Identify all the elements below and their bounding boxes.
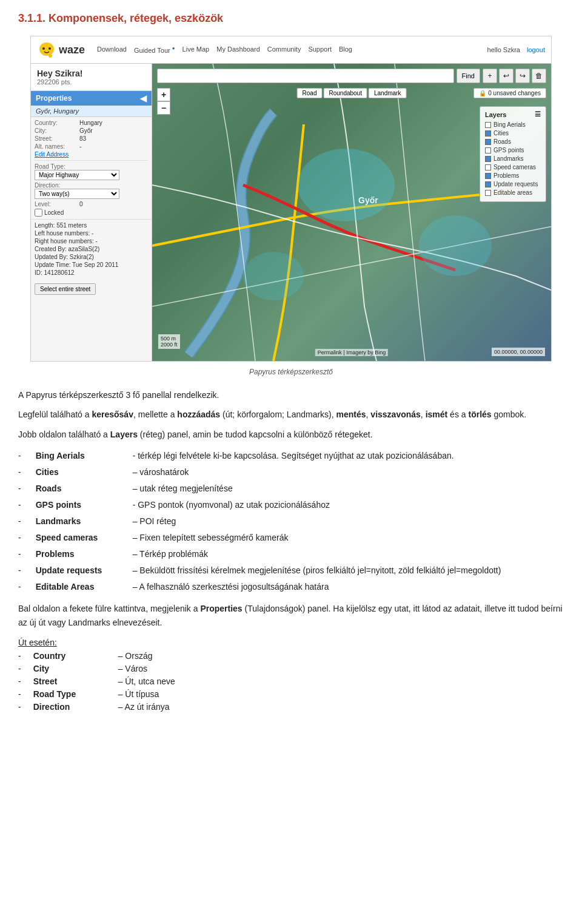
layers-bold: Layers bbox=[110, 430, 138, 439]
gps-def: - GPS pontok (nyomvonal) az utak pozicio… bbox=[133, 499, 564, 511]
waze-wordmark: waze bbox=[59, 44, 85, 56]
layer-problems-label: Problems bbox=[493, 172, 519, 179]
map-coordinates: 00.00000, 00.00000 bbox=[492, 348, 545, 356]
unsaved-changes-area: 🔒 0 unsaved changes bbox=[473, 88, 546, 98]
mentes-bold: mentés bbox=[336, 410, 366, 419]
list-item-editable-areas: - Editable Areas – A felhasználó szerkes… bbox=[18, 581, 564, 593]
para3-prefix: Bal oldalon a fekete fülre kattintva, me… bbox=[18, 604, 200, 613]
list-item-problems: - Problems – Térkép problémák bbox=[18, 548, 564, 561]
street-prop-term: Street bbox=[33, 676, 106, 686]
direction-select[interactable]: Two way(s) bbox=[35, 189, 119, 199]
map-searchbar: Find + ↩ ↪ 🗑 bbox=[157, 69, 546, 83]
nav-community[interactable]: Community bbox=[267, 46, 301, 54]
locked-checkbox[interactable] bbox=[35, 209, 42, 217]
map-attribution: Permalink | Imagery by Bing bbox=[315, 349, 388, 356]
layer-problems[interactable]: Problems bbox=[485, 172, 541, 179]
layer-bing-aerials-checkbox[interactable] bbox=[485, 122, 491, 128]
waze-logo: waze bbox=[37, 40, 85, 59]
nav-download[interactable]: Download bbox=[97, 46, 127, 54]
cities-def: – városhatárok bbox=[133, 466, 564, 479]
svg-text:Győr: Győr bbox=[358, 195, 378, 205]
layer-update-requests-checkbox[interactable] bbox=[485, 181, 491, 187]
para1-mid5: és a bbox=[447, 410, 468, 419]
attribution-text: Permalink | Imagery by Bing bbox=[318, 349, 386, 356]
search-bar-para: Legfelül található a keresősáv, mellette… bbox=[18, 408, 564, 421]
nav-guided-tour[interactable]: Guided Tour ● bbox=[134, 46, 175, 54]
left-panel: Hey Szikra! 292206 pts. Properties ◀ Győ… bbox=[31, 64, 152, 361]
properties-para: Bal oldalon a fekete fülre kattintva, me… bbox=[18, 602, 564, 629]
layers-feature-list: - Bing Aerials - térkép légi felvétele k… bbox=[18, 450, 564, 593]
layer-gps-points-checkbox[interactable] bbox=[485, 147, 491, 153]
intro-sentence: A Papyrus térképszerkesztő 3 fő panellal… bbox=[18, 388, 564, 402]
greeting-title: Hey Szikra! bbox=[37, 69, 146, 78]
redo-icon-button[interactable]: ↪ bbox=[515, 69, 530, 83]
collapse-icon[interactable]: ◀ bbox=[140, 93, 147, 103]
layer-update-requests[interactable]: Update requests bbox=[485, 181, 541, 187]
nav-dashboard[interactable]: My Dashboard bbox=[216, 46, 260, 54]
layer-gps-points[interactable]: GPS points bbox=[485, 147, 541, 153]
layer-roads[interactable]: Roads bbox=[485, 138, 541, 145]
logout-link[interactable]: logout bbox=[527, 46, 545, 53]
prop-street: - Street – Út, utca neve bbox=[18, 676, 564, 686]
waze-main-area: Hey Szikra! 292206 pts. Properties ◀ Győ… bbox=[31, 64, 551, 361]
altnames-label: Alt. names: bbox=[35, 143, 77, 150]
layer-cities[interactable]: Cities bbox=[485, 130, 541, 137]
zoom-out-button[interactable]: − bbox=[157, 101, 170, 115]
layer-bing-aerials[interactable]: Bing Aerials bbox=[485, 121, 541, 128]
nav-live-map[interactable]: Live Map bbox=[182, 46, 210, 54]
svg-point-2 bbox=[48, 47, 51, 50]
prop-country: - Country – Ország bbox=[18, 651, 564, 661]
add-roundabout-button[interactable]: Roundabout bbox=[323, 88, 367, 98]
edit-address-link[interactable]: Edit Address bbox=[35, 151, 69, 158]
select-street-button[interactable]: Select entire street bbox=[35, 283, 96, 295]
street-prop-def: – Út, utca neve bbox=[118, 676, 564, 686]
para1-mid1: , mellette a bbox=[133, 410, 177, 419]
layer-landmarks[interactable]: Landmarks bbox=[485, 155, 541, 162]
para2-end: (réteg) panel, amin be tudod kapcsolni a… bbox=[138, 430, 373, 439]
city-prop-term: City bbox=[33, 664, 106, 673]
add-road-button[interactable]: Road bbox=[297, 88, 323, 98]
ut-eset-label: Út esetén: bbox=[18, 638, 564, 647]
svg-point-6 bbox=[243, 252, 304, 300]
road-details: Length: 551 meters Left house numbers: -… bbox=[31, 219, 152, 280]
city-region: Győr, Hungary bbox=[31, 106, 152, 117]
layers-icon: ☰ bbox=[535, 110, 541, 118]
layer-speed-cameras[interactable]: Speed cameras bbox=[485, 164, 541, 170]
street-value: 83 bbox=[79, 135, 86, 142]
problems-def: – Térkép problémák bbox=[133, 548, 564, 561]
nav-blog[interactable]: Blog bbox=[339, 46, 352, 54]
list-item-gps: - GPS points - GPS pontok (nyomvonal) az… bbox=[18, 499, 564, 511]
layers-panel: Layers ☰ Bing Aerials Cities bbox=[480, 106, 546, 202]
user-greeting: hello Szkra bbox=[487, 46, 520, 53]
layer-editable-areas-checkbox[interactable] bbox=[485, 190, 491, 196]
gps-term: GPS points bbox=[36, 499, 121, 511]
road-type-select[interactable]: Major Highway bbox=[35, 170, 119, 180]
add-landmark-button[interactable]: Landmark bbox=[369, 88, 406, 98]
road-type-label: Road Type: bbox=[35, 163, 148, 170]
keresosav-bold: keresősáv bbox=[92, 410, 133, 419]
nav-support[interactable]: Support bbox=[308, 46, 332, 54]
waze-map[interactable]: Győr Find + ↩ ↪ 🗑 bbox=[152, 64, 551, 361]
add-icon-button[interactable]: + bbox=[483, 69, 497, 83]
layer-problems-checkbox[interactable] bbox=[485, 173, 491, 179]
layer-update-requests-label: Update requests bbox=[493, 181, 538, 187]
undo-icon-button[interactable]: ↩ bbox=[499, 69, 513, 83]
layer-speed-cameras-checkbox[interactable] bbox=[485, 164, 491, 170]
properties-label: Properties bbox=[36, 94, 72, 103]
unsaved-changes-button[interactable]: 🔒 0 unsaved changes bbox=[473, 88, 546, 98]
screenshot-container: waze Download Guided Tour ● Live Map My … bbox=[30, 36, 552, 362]
layer-editable-areas[interactable]: Editable areas bbox=[485, 189, 541, 196]
layer-cities-checkbox[interactable] bbox=[485, 130, 491, 137]
zoom-in-button[interactable]: + bbox=[157, 88, 170, 101]
road-type-section: Road Type: Major Highway Direction: Two … bbox=[35, 160, 148, 217]
length-detail: Length: 551 meters bbox=[35, 222, 148, 229]
delete-icon-button[interactable]: 🗑 bbox=[532, 69, 546, 83]
map-toolbar-icons: + ↩ ↪ 🗑 bbox=[483, 69, 546, 83]
layer-landmarks-checkbox[interactable] bbox=[485, 156, 491, 162]
layer-roads-checkbox[interactable] bbox=[485, 139, 491, 145]
country-label: Country: bbox=[35, 120, 77, 126]
map-find-button[interactable]: Find bbox=[457, 69, 480, 83]
para1-prefix: Legfelül található a bbox=[18, 410, 92, 419]
map-search-input[interactable] bbox=[157, 69, 454, 83]
street-label: Street: bbox=[35, 135, 77, 142]
